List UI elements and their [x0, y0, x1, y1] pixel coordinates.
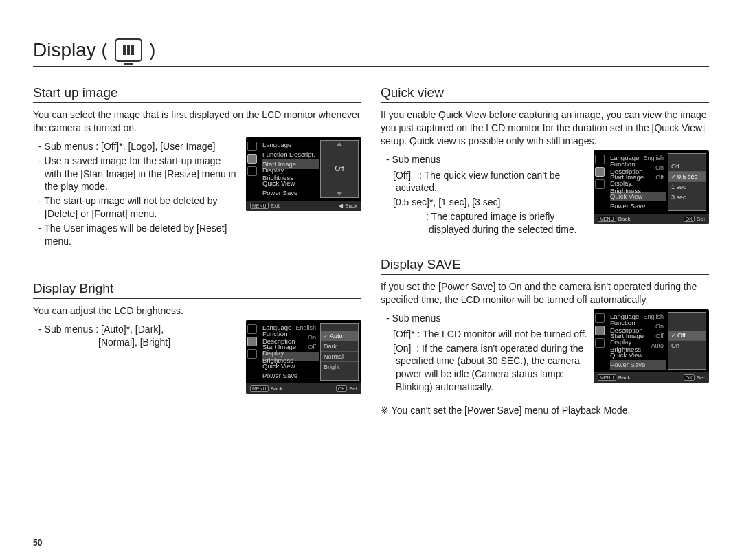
- lcd-quick: LanguageEnglish Function DescriptionOn S…: [594, 150, 709, 224]
- right-column: Quick view If you enable Quick View befo…: [381, 78, 709, 425]
- section-save-title: Display SAVE: [381, 257, 709, 275]
- page-title: Display ( ): [33, 38, 709, 67]
- lcd-bright: LanguageEnglish Function DescriptionOn S…: [246, 320, 361, 394]
- bright-intro: You can adjust the LCD brightness.: [33, 304, 361, 317]
- display-icon: [115, 38, 142, 62]
- list-item: The User images will be deleted by [Rese…: [38, 222, 240, 248]
- quick-intro: If you enable Quick View before capturin…: [381, 109, 709, 148]
- section-startup-title: Start up image: [33, 85, 361, 103]
- title-text-2: ): [149, 39, 155, 61]
- save-sub-label: Sub menus: [381, 312, 588, 325]
- list-item: Use a saved image for the start-up image…: [38, 155, 240, 194]
- lcd-startup: Language Function Descript. Start Image …: [246, 137, 361, 211]
- chevron-down-icon: [337, 192, 342, 196]
- startup-off-label: Off: [335, 147, 344, 191]
- startup-bullets: Sub menus : [Off]*, [Logo], [User Image]…: [33, 140, 240, 249]
- chevron-up-icon: [337, 142, 342, 146]
- section-bright-title: Display Bright: [33, 281, 361, 299]
- quick-items: [Off] : The quick view function can't be…: [381, 169, 588, 236]
- bright-bullets: Sub menus : [Auto]*, [Dark], [Normal], […: [33, 323, 240, 350]
- save-items: [Off]* : The LCD monitor will not be tur…: [381, 328, 588, 394]
- startup-intro: You can select the image that is first d…: [33, 109, 361, 135]
- list-item: Sub menus: [386, 153, 588, 166]
- list-item: The start-up image will not be deleted b…: [38, 194, 240, 221]
- title-text-1: Display (: [33, 39, 108, 61]
- quick-sub-label: Sub menus: [381, 153, 588, 166]
- save-note: ※ You can't set the [Power Save] menu of…: [381, 405, 709, 416]
- list-item: Sub menus : [Auto]*, [Dark], [Normal], […: [38, 323, 240, 349]
- list-item: Sub menus : [Off]*, [Logo], [User Image]: [38, 140, 240, 153]
- save-intro: If you set the [Power Save] to On and th…: [381, 280, 709, 306]
- page-number: 50: [33, 538, 42, 548]
- section-quick-title: Quick view: [381, 85, 709, 103]
- list-item: Sub menus: [386, 312, 588, 325]
- lcd-save: LanguageEnglish Function DescriptionOn S…: [594, 309, 709, 383]
- left-column: Start up image You can select the image …: [33, 78, 361, 425]
